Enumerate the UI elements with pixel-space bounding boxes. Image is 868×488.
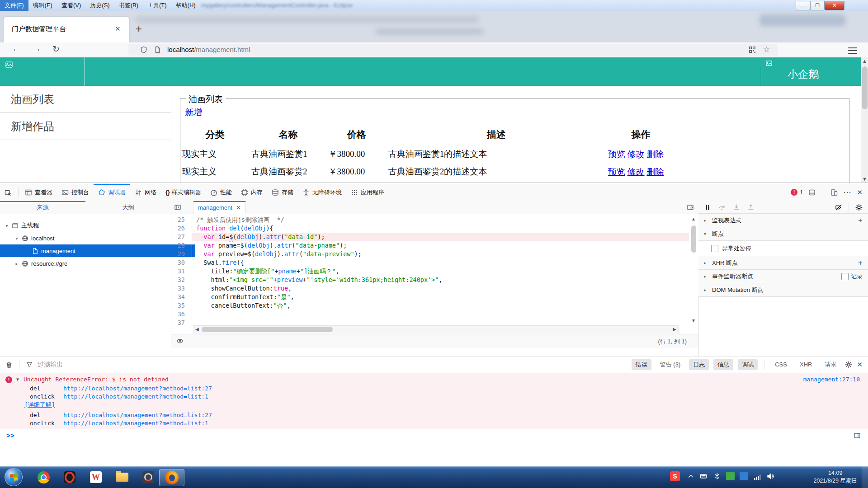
filter-input[interactable]: 过滤输出 bbox=[38, 361, 63, 369]
section-断点[interactable]: ▾断点 bbox=[698, 227, 868, 241]
checkbox[interactable] bbox=[841, 273, 849, 280]
tray-network-signal-icon[interactable] bbox=[753, 474, 761, 481]
menu-item-1[interactable]: 编辑(E) bbox=[28, 0, 57, 11]
tray-show-hidden-icons[interactable] bbox=[687, 473, 694, 480]
line-number[interactable]: 30 bbox=[171, 258, 189, 267]
filter-CSS[interactable]: CSS bbox=[771, 360, 791, 369]
menu-item-6[interactable]: 帮助(H) bbox=[171, 0, 200, 11]
tab-close-icon[interactable]: ✕ bbox=[113, 23, 123, 35]
section-异常处暂停[interactable]: 异常处暂停 bbox=[698, 241, 868, 256]
devtools-tab-debugger[interactable]: 调试器 bbox=[94, 184, 130, 201]
responsive-mode-icon[interactable] bbox=[830, 189, 838, 196]
line-number[interactable]: 32 bbox=[171, 276, 189, 284]
clear-console-trash-icon[interactable] bbox=[5, 361, 13, 368]
op-link-预览[interactable]: 预览 bbox=[608, 167, 625, 177]
menu-item-2[interactable]: 查看(V) bbox=[57, 0, 85, 11]
devtools-tab-network[interactable]: 网络 bbox=[130, 184, 161, 201]
expand-panes-icon[interactable] bbox=[687, 204, 694, 211]
hscrollbar-thumb[interactable] bbox=[202, 327, 333, 332]
taskbar-chrome-icon[interactable] bbox=[33, 469, 54, 485]
devtools-tab-styleeditor[interactable]: { }样式编辑器 bbox=[161, 184, 206, 201]
devtools-tab-performance[interactable]: 性能 bbox=[206, 184, 236, 201]
menu-hamburger-icon[interactable] bbox=[848, 46, 857, 53]
devtools-tab-application[interactable]: 应用程序 bbox=[346, 184, 389, 201]
editor-hscrollbar[interactable]: ◀ ▶ bbox=[193, 325, 679, 334]
logged-in-user[interactable]: 小企鹅 bbox=[788, 67, 819, 81]
bookmark-star-icon[interactable]: ☆ bbox=[763, 45, 770, 54]
page-info-icon[interactable] bbox=[154, 46, 161, 53]
add-painting-link[interactable]: 新增 bbox=[185, 107, 202, 118]
frame-source-link[interactable]: http://localhost/management?method=list:… bbox=[63, 385, 212, 392]
step-in-icon[interactable] bbox=[733, 204, 740, 211]
browser-tab[interactable]: 门户数据管理平台 ✕ bbox=[4, 17, 129, 42]
section-XHR 断点[interactable]: ▸XHR 断点+ bbox=[698, 256, 868, 270]
expand-twisty-icon[interactable]: ▼ bbox=[16, 377, 19, 382]
op-link-预览[interactable]: 预览 bbox=[608, 150, 625, 159]
back-button[interactable]: ← bbox=[12, 44, 20, 54]
op-link-修改[interactable]: 修改 bbox=[627, 167, 645, 177]
devtools-tab-accessibility[interactable]: 无障碍环境 bbox=[298, 184, 346, 201]
devtools-tab-inspector[interactable]: 查看器 bbox=[20, 184, 57, 201]
filter-信息[interactable]: 信息 bbox=[713, 359, 733, 370]
new-tab-button[interactable]: + bbox=[136, 23, 142, 35]
filter-XHR[interactable]: XHR bbox=[796, 360, 816, 369]
editor-tab-management[interactable]: management ✕ bbox=[193, 201, 246, 214]
console-close-icon[interactable]: ✕ bbox=[857, 361, 863, 369]
error-header-row[interactable]: ! ▼ Uncaught ReferenceError: $ is not de… bbox=[0, 375, 868, 385]
line-number[interactable]: 31 bbox=[171, 267, 189, 276]
scroll-right-icon[interactable]: ▶ bbox=[673, 327, 676, 332]
line-number[interactable]: 29 bbox=[171, 250, 189, 258]
reload-button[interactable]: ↻ bbox=[52, 44, 60, 54]
op-link-删除[interactable]: 删除 bbox=[646, 167, 664, 177]
close-button[interactable]: ✕ bbox=[825, 1, 844, 10]
scroll-up-icon[interactable]: ▲ bbox=[862, 58, 867, 64]
line-number[interactable]: 37 bbox=[171, 319, 189, 325]
code-editor[interactable]: 24}25/* 触发后使用js删除油画 */26function del(del… bbox=[171, 214, 689, 325]
forward-button[interactable]: → bbox=[33, 44, 41, 54]
scroll-up-icon[interactable]: ▲ bbox=[691, 216, 696, 221]
line-number[interactable]: 36 bbox=[171, 310, 189, 319]
show-desktop-button[interactable] bbox=[862, 466, 868, 488]
multiline-editor-icon[interactable] bbox=[854, 432, 861, 439]
shield-icon[interactable] bbox=[140, 46, 147, 53]
page-scrollbar[interactable]: ▲ ▼ bbox=[861, 57, 868, 183]
taskbar-writer-icon[interactable]: W bbox=[85, 469, 107, 485]
tray-sogou-icon[interactable]: S bbox=[670, 471, 680, 481]
address-bar[interactable]: localhost/management.html ☆ bbox=[128, 44, 778, 56]
devtools-tab-console[interactable]: 控制台 bbox=[57, 184, 94, 201]
editor-vscrollbar[interactable]: ▲ ▼ bbox=[690, 216, 698, 324]
op-link-修改[interactable]: 修改 bbox=[627, 150, 645, 159]
devtools-menu-icon[interactable]: ⋯ bbox=[843, 188, 851, 197]
tree-item-localhost[interactable]: ▾localhost bbox=[0, 232, 185, 244]
editor-tab-close-icon[interactable]: ✕ bbox=[236, 204, 241, 211]
menu-item-5[interactable]: 工具(T) bbox=[143, 0, 171, 11]
taskbar-folder-icon[interactable] bbox=[111, 469, 133, 485]
pick-element-icon[interactable] bbox=[0, 189, 16, 196]
tray-app-green-icon[interactable] bbox=[726, 472, 735, 480]
section-DOM Mutation 断点[interactable]: ▸DOM Mutation 断点 bbox=[698, 283, 868, 297]
tree-item-主线程[interactable]: ▾主线程 bbox=[0, 219, 175, 232]
taskbar-clock[interactable]: 14:09 2021/8/29 星期日 bbox=[813, 469, 857, 485]
tree-item-management[interactable]: management bbox=[0, 244, 195, 257]
console-input-row[interactable]: >> bbox=[0, 431, 868, 442]
tray-volume-icon[interactable] bbox=[767, 473, 774, 480]
devtools-close-icon[interactable]: ✕ bbox=[857, 188, 863, 197]
minimize-button[interactable]: — bbox=[796, 1, 810, 10]
blackbox-source-eye-icon[interactable] bbox=[176, 338, 184, 345]
menu-item-3[interactable]: 历史(S) bbox=[85, 0, 114, 11]
scrollbar-thumb[interactable] bbox=[862, 66, 868, 109]
qr-code-icon[interactable] bbox=[749, 46, 756, 53]
taskbar-opera-icon[interactable] bbox=[59, 469, 80, 485]
twisty-icon[interactable]: ▸ bbox=[704, 260, 708, 265]
pause-icon[interactable] bbox=[704, 204, 711, 211]
line-number[interactable]: 35 bbox=[171, 301, 189, 310]
error-source-location[interactable]: management:27:10 bbox=[803, 376, 860, 383]
sidebar-item-0[interactable]: 油画列表 bbox=[0, 86, 171, 113]
devtools-tab-storage[interactable]: 存储 bbox=[267, 184, 298, 201]
pane-tab-0[interactable]: 来源 bbox=[0, 201, 85, 214]
filter-日志[interactable]: 日志 bbox=[689, 359, 709, 370]
line-number[interactable]: 34 bbox=[171, 293, 189, 301]
section-监视表达式[interactable]: ▸监视表达式+ bbox=[698, 214, 868, 227]
tray-bluetooth-icon[interactable] bbox=[713, 473, 721, 480]
maximize-button[interactable]: ❐ bbox=[810, 1, 825, 10]
